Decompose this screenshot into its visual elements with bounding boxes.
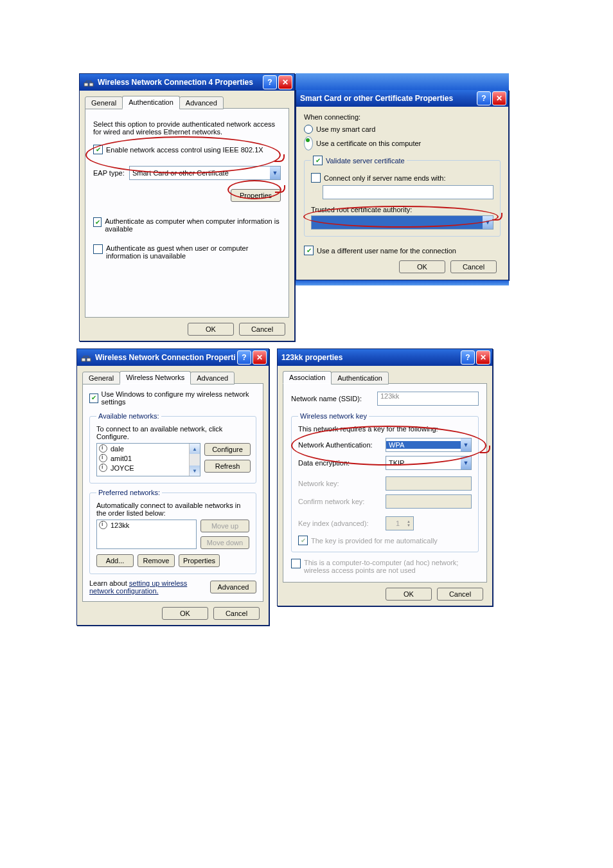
- use-windows-label: Use Windows to configure my wireless net…: [102, 390, 256, 406]
- validate-cert-legend[interactable]: ✔ Validate server certificate: [311, 156, 407, 165]
- cancel-button[interactable]: Cancel: [450, 260, 497, 273]
- confirm-key-input: [386, 494, 472, 509]
- chevron-down-icon[interactable]: ▼: [461, 457, 471, 469]
- confirm-key-label: Confirm network key:: [298, 498, 382, 505]
- tab-advanced[interactable]: Advanced: [190, 372, 235, 384]
- data-enc-label: Data encryption:: [298, 459, 382, 467]
- adhoc-row: This is a computer-to-computer (ad hoc) …: [291, 559, 479, 574]
- auth-as-guest-checkbox[interactable]: [93, 244, 103, 254]
- cancel-button[interactable]: Cancel: [239, 323, 285, 336]
- network-item-icon: [99, 454, 107, 462]
- auth-as-computer-row[interactable]: ✔ Authenticate as computer when computer…: [93, 217, 281, 233]
- preferred-networks-list[interactable]: 123kk: [96, 520, 197, 549]
- dlg-smartcard-cert-properties: Smart Card or other Certificate Properti…: [296, 90, 509, 280]
- ok-button[interactable]: OK: [162, 607, 208, 620]
- tabs: General Authentication Advanced: [85, 95, 289, 109]
- when-connecting-label: When connecting:: [304, 113, 501, 121]
- scroll-up-icon[interactable]: ▲: [190, 444, 200, 454]
- enable-8021x-label: Enable network access control using IEEE…: [106, 146, 263, 154]
- use-windows-checkbox[interactable]: ✔: [89, 393, 98, 403]
- auth-as-computer-label: Authenticate as computer when computer i…: [105, 217, 281, 233]
- titlebar[interactable]: Wireless Network Connection 4 Properties…: [80, 74, 294, 91]
- validate-cert-checkbox[interactable]: ✔: [313, 156, 323, 165]
- refresh-button[interactable]: Refresh: [204, 460, 251, 473]
- data-enc-value: TKIP: [386, 459, 461, 467]
- cancel-button[interactable]: Cancel: [437, 588, 483, 601]
- trusted-root-select[interactable]: ▼: [311, 215, 493, 230]
- list-item[interactable]: amit01: [97, 453, 189, 463]
- help-button[interactable]: ?: [461, 350, 475, 365]
- ssid-label: Network name (SSID):: [291, 395, 373, 402]
- use-cert-radio[interactable]: [304, 136, 313, 150]
- data-enc-select[interactable]: TKIP ▼: [386, 456, 472, 470]
- close-button[interactable]: ✕: [253, 350, 267, 365]
- use-smart-card-radio[interactable]: [304, 125, 313, 134]
- list-item[interactable]: JOYCE: [97, 463, 189, 473]
- available-networks-list[interactable]: dale amit01 JOYCE ▲ ▼: [96, 443, 200, 476]
- close-button[interactable]: ✕: [476, 350, 490, 365]
- validate-cert-label: Validate server certificate: [326, 157, 405, 165]
- network-icon: [81, 352, 91, 363]
- remove-button[interactable]: Remove: [138, 554, 175, 567]
- tab-wireless-networks[interactable]: Wireless Networks: [120, 371, 191, 384]
- tab-page-wireless: ✔ Use Windows to configure my wireless n…: [82, 383, 263, 602]
- connect-only-if-checkbox[interactable]: [311, 173, 321, 183]
- add-button[interactable]: Add...: [96, 554, 134, 567]
- chevron-down-icon[interactable]: ▼: [461, 439, 471, 451]
- chevron-down-icon[interactable]: ▼: [270, 167, 280, 179]
- net-auth-value: WPA: [386, 441, 461, 449]
- titlebar[interactable]: Wireless Network Connection Properties ?…: [77, 349, 269, 366]
- diff-user-label: Use a different user name for the connec…: [317, 247, 456, 255]
- ssid-input[interactable]: 123kk: [377, 392, 479, 406]
- use-windows-row[interactable]: ✔ Use Windows to configure my wireless n…: [89, 390, 256, 406]
- use-smart-card-row[interactable]: Use my smart card: [304, 125, 501, 134]
- enable-8021x-checkbox[interactable]: ✔: [93, 145, 103, 154]
- chevron-down-icon[interactable]: ▼: [483, 216, 493, 229]
- properties-button[interactable]: Properties: [231, 189, 281, 202]
- titlebar[interactable]: 123kk properties ? ✕: [278, 349, 492, 366]
- tab-authentication[interactable]: Authentication: [331, 372, 389, 384]
- tab-authentication[interactable]: Authentication: [122, 96, 180, 109]
- close-button[interactable]: ✕: [278, 75, 292, 89]
- net-auth-select[interactable]: WPA ▼: [386, 438, 472, 452]
- configure-button[interactable]: Configure: [204, 443, 251, 456]
- movedown-button[interactable]: Move down: [200, 536, 249, 549]
- enable-8021x-row[interactable]: ✔ Enable network access control using IE…: [93, 145, 281, 154]
- help-button[interactable]: ?: [263, 75, 277, 89]
- moveup-button[interactable]: Move up: [200, 520, 249, 532]
- cancel-button[interactable]: Cancel: [213, 607, 260, 620]
- help-button[interactable]: ?: [237, 350, 251, 365]
- tab-general[interactable]: General: [82, 372, 120, 384]
- tab-general[interactable]: General: [85, 96, 123, 109]
- ok-button[interactable]: OK: [399, 260, 445, 273]
- auth-as-computer-checkbox[interactable]: ✔: [93, 217, 102, 227]
- help-button[interactable]: ?: [477, 91, 491, 105]
- advanced-button[interactable]: Advanced: [210, 581, 256, 593]
- titlebar[interactable]: Smart Card or other Certificate Properti…: [296, 90, 508, 107]
- scroll-down-icon[interactable]: ▼: [190, 466, 200, 476]
- adhoc-label: This is a computer-to-computer (ad hoc) …: [304, 559, 479, 574]
- adhoc-checkbox: [291, 559, 301, 568]
- eap-type-label: EAP type:: [93, 169, 129, 177]
- connect-only-if-label: Connect only if server name ends with:: [324, 174, 446, 182]
- preferred-caption: Automatically connect to available netwo…: [96, 502, 249, 517]
- use-cert-row[interactable]: Use a certificate on this computer: [304, 136, 501, 150]
- auth-as-guest-row[interactable]: Authenticate as guest when user or compu…: [93, 244, 281, 260]
- close-button[interactable]: ✕: [492, 91, 506, 105]
- server-name-input[interactable]: [323, 185, 493, 199]
- diff-user-row[interactable]: ✔ Use a different user name for the conn…: [304, 246, 501, 255]
- diff-user-checkbox[interactable]: ✔: [304, 246, 314, 255]
- title-text: 123kk properties: [281, 353, 459, 362]
- tab-association[interactable]: Association: [283, 371, 332, 384]
- tab-advanced[interactable]: Advanced: [179, 96, 224, 109]
- connect-only-if-row[interactable]: Connect only if server name ends with:: [311, 173, 493, 183]
- ok-button[interactable]: OK: [386, 588, 432, 601]
- list-item[interactable]: 123kk: [97, 520, 196, 530]
- title-text: Wireless Network Connection 4 Properties: [98, 78, 262, 87]
- properties-button[interactable]: Properties: [179, 554, 220, 567]
- key-index-label: Key index (advanced):: [298, 520, 382, 527]
- scrollbar[interactable]: ▲ ▼: [189, 444, 200, 476]
- list-item[interactable]: dale: [97, 444, 189, 453]
- ok-button[interactable]: OK: [188, 323, 234, 336]
- eap-type-select[interactable]: Smart Card or other Certificate ▼: [129, 166, 281, 180]
